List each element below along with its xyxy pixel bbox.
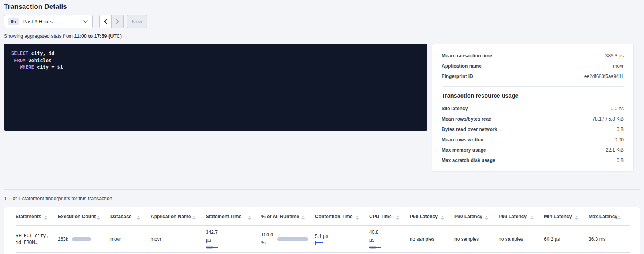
column-header-contention-time[interactable]: Contention Time [315,214,369,221]
resource-label: Bytes read over network [442,127,497,132]
column-header-p50-latency[interactable]: P50 Latency [410,214,454,221]
sort-icon[interactable] [248,216,251,220]
summary-row: Application name movr [442,61,624,71]
summary-row: Mean transaction time 386.3 µs [442,51,624,61]
fingerprint-count-text: 1-1 of 1 statement fingerprints for this… [4,196,640,201]
sort-icon[interactable] [441,216,444,220]
sort-icon[interactable] [192,216,196,220]
aggregation-note: Showing aggregated stats from 11:00 to 1… [4,33,640,39]
sort-icon[interactable] [356,216,359,220]
resource-row: Bytes read over network 0 B [442,124,624,135]
main-area: SELECT city, id FROM vehicles WHERE city… [4,44,640,172]
sql-statement-box: SELECT city, id FROM vehicles WHERE city… [4,44,427,131]
cell-cpu-time: 40.8 µs [369,226,410,252]
transaction-details-page: Transaction Details 6h Past 6 Hours Now … [0,0,644,254]
column-header-statement-time[interactable]: Statement Time [206,214,261,221]
sort-icon[interactable] [617,216,621,220]
cell-min-latency: 60.2 µs [544,226,589,252]
resource-label: Max memory usage [442,147,486,153]
resource-label: Mean rows/bytes read [442,116,491,122]
cell-p90-latency: no samples [454,226,499,252]
cell-contention-time: 5.1 µs [315,226,369,252]
now-button[interactable]: Now [127,15,147,28]
cell-database: movr [110,226,151,252]
summary-label: Fingerprint ID [442,74,473,79]
table-header-row: Statements Execution Count Database Appl… [16,207,630,226]
execution-count-value: 263k [58,236,68,242]
chevron-down-icon [83,20,88,23]
cell-application-name: movr [151,226,206,252]
column-header-application-name[interactable]: Application Name [151,214,206,221]
resource-value: 0 B [617,127,624,132]
column-header-p90-latency[interactable]: P90 Latency [454,214,499,221]
resource-label: Mean rows written [442,137,483,143]
time-range-label: Past 6 Hours [23,19,83,25]
column-header-cpu-time[interactable]: CPU Time [369,214,410,221]
runtime-unit: % [261,240,273,246]
column-header-execution-count[interactable]: Execution Count [58,214,110,221]
cpu-time-bar [369,246,382,249]
cpu-time-unit: µs [369,237,382,243]
resource-row: Mean rows/bytes read 78.17 / 5.8 KiB [442,114,624,124]
sort-icon[interactable] [97,216,100,220]
chevron-right-icon [116,19,119,24]
contention-time-value: 5.1 µs [315,234,328,239]
column-header-max-latency[interactable]: Max Latency [589,214,631,221]
sort-icon[interactable] [485,216,488,220]
statement-time-value: 342.7 [206,229,219,235]
sort-icon[interactable] [530,216,534,220]
time-range-badge: 6h [8,18,19,25]
sort-icon[interactable] [575,216,578,220]
column-header-runtime[interactable]: % of All Runtime [261,214,315,221]
summary-label: Mean transaction time [442,53,492,59]
cell-execution-count: 263k [58,226,110,252]
execution-count-bar [72,237,91,241]
runtime-value: 100.0 [261,232,273,238]
summary-value: 386.3 µs [605,53,624,59]
sort-icon[interactable] [396,216,399,220]
cell-p50-latency: no samples [410,226,454,252]
cpu-time-value: 40.8 [369,229,382,235]
page-title: Transaction Details [4,3,640,11]
aggregation-note-range: 11:00 to 17:59 (UTC) [74,33,122,39]
next-interval-button[interactable] [112,15,124,28]
previous-interval-button[interactable] [99,15,112,28]
runtime-bar [277,237,308,241]
time-nav-group [99,15,124,28]
cell-max-latency: 36.3 ms [589,226,630,252]
column-header-p99-latency[interactable]: P99 Latency [499,214,544,221]
sort-icon[interactable] [137,216,140,220]
cell-statement-time: 342.7 µs [206,226,261,252]
column-header-statements[interactable]: Statements [16,214,58,221]
time-range-dropdown[interactable]: 6h Past 6 Hours [4,15,93,28]
table-row: SELECT city,id FROM… 263k movr movr 342.… [16,226,630,253]
sort-icon[interactable] [44,216,47,220]
statement-time-unit: µs [206,237,219,243]
resource-value: 0.0 ns [611,106,624,111]
resource-usage-title: Transaction resource usage [442,92,624,99]
column-header-min-latency[interactable]: Min Latency [544,214,589,221]
resource-value: 0.00 [615,137,624,143]
aggregation-note-prefix: Showing aggregated stats from [4,33,74,39]
resource-label: Max scratch disk usage [442,158,495,163]
section-divider [4,189,640,190]
summary-value: ee2df683f5aa9411 [584,74,624,79]
summary-divider [442,86,624,87]
cell-p99-latency: no samples [499,226,544,252]
time-controls: 6h Past 6 Hours Now [4,15,640,28]
transaction-summary-card: Mean transaction time 386.3 µs Applicati… [432,44,634,172]
resource-row: Max memory usage 22.1 KiB [442,145,624,155]
resource-label: Idle latency [442,106,468,111]
summary-value: movr [613,63,624,69]
statement-time-bar [206,246,219,249]
resource-row: Max scratch disk usage 0 B [442,155,624,166]
summary-row: Fingerprint ID ee2df683f5aa9411 [442,71,624,82]
statement-link[interactable]: SELECT city,id FROM… [16,233,49,246]
cell-statement[interactable]: SELECT city,id FROM… [16,226,58,252]
sql-code: SELECT city, id FROM vehicles WHERE city… [11,50,420,71]
resource-value: 22.1 KiB [606,147,624,153]
sort-icon[interactable] [301,216,305,220]
resource-row: Mean rows written 0.00 [442,135,624,145]
cell-runtime: 100.0 % [261,226,315,252]
column-header-database[interactable]: Database [110,214,151,221]
